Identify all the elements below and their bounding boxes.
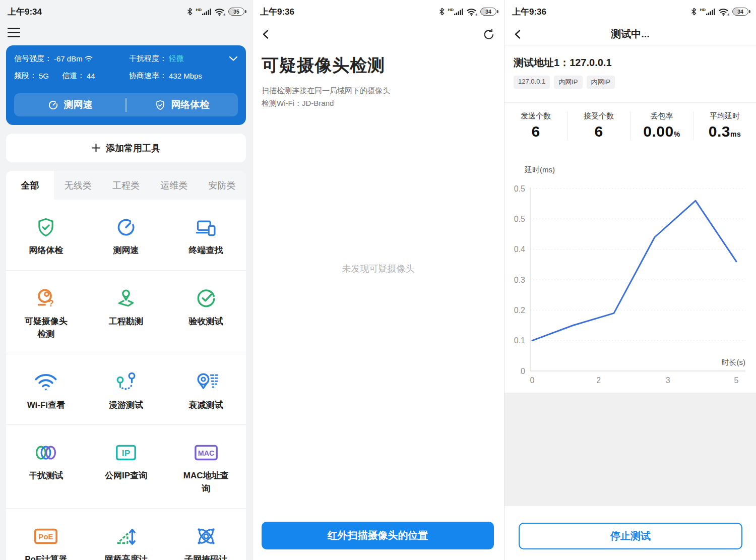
channel-label: 信道： <box>62 71 85 81</box>
bluetooth-icon <box>187 8 193 16</box>
speed-test-button[interactable]: 测网速 <box>14 93 125 116</box>
svg-text:0.2: 0.2 <box>514 306 525 315</box>
tool-terminal-find[interactable]: 终端查找 <box>166 216 246 257</box>
channel-value: 44 <box>87 72 95 80</box>
tool-acceptance-test[interactable]: 验收测试 <box>166 287 246 341</box>
tool-bridge-height-calculator[interactable]: 网桥高度计算器 <box>86 525 166 560</box>
shield-check-icon <box>155 99 166 111</box>
status-time: 上午9:36 <box>260 6 294 18</box>
chip-ip: 127.0.0.1 <box>514 76 550 89</box>
wifi-small-icon <box>85 55 93 62</box>
svg-text:0: 0 <box>521 367 525 376</box>
chevron-down-icon[interactable] <box>229 56 238 61</box>
card-actions: 测网速 网络体检 <box>14 93 238 116</box>
tool-attenuation-test[interactable]: 衰减测试 <box>166 370 246 412</box>
svg-text:0: 0 <box>530 376 535 385</box>
screen-ping-test: 上午9:36 HD 6 34 测试中... 测试地址1：127.0.0.1 12… <box>504 0 756 560</box>
height-triangle-icon <box>114 525 138 548</box>
menu-icon[interactable] <box>8 28 20 37</box>
tools-panel: 全部 无线类 工程类 运维类 安防类 网络体检 测网速 <box>6 171 246 560</box>
battery-icon: 34 <box>480 8 496 16</box>
network-health-button[interactable]: 网络体检 <box>127 93 238 116</box>
subnet-atom-icon <box>195 525 218 548</box>
test-address-label: 测试地址1： <box>514 57 570 68</box>
back-button[interactable] <box>261 29 271 39</box>
ping-stats: 发送个数 6 接受个数 6 丢包率 0.00% 平均延时 0.3ms <box>505 102 756 148</box>
svg-text:6: 6 <box>224 13 226 16</box>
infrared-scan-button[interactable]: 红外扫描摄像头的位置 <box>262 522 494 549</box>
nav-title: 测试中... <box>505 27 756 41</box>
latency-chart: 00.10.20.30.40.50.50235时长(s)延时(ms) <box>505 148 756 385</box>
stat-packet-loss: 丢包率 0.00% <box>630 111 693 140</box>
tab-engineering[interactable]: 工程类 <box>102 171 150 200</box>
tool-poe-calculator[interactable]: PoE PoE计算器 <box>6 525 86 560</box>
status-time: 上午9:34 <box>8 6 42 18</box>
tool-wifi-view[interactable]: Wi-Fi查看 <box>6 370 86 412</box>
screen-home: 上午9:34 HD 6 35 信号强度： -67 dBm 干扰程度： 轻微 <box>0 0 252 560</box>
cellular-signal-icon: HD <box>700 8 715 16</box>
rings-icon <box>33 441 58 464</box>
cellular-signal-icon: HD <box>196 8 211 16</box>
refresh-button[interactable] <box>483 28 495 41</box>
wifi-icon: 6 <box>466 8 477 16</box>
plus-icon <box>92 144 100 152</box>
devices-icon <box>195 216 218 239</box>
ip-box-icon: IP <box>114 441 138 464</box>
tool-interference-test[interactable]: 干扰测试 <box>6 441 86 495</box>
band-value: 5G <box>39 72 49 80</box>
wifi-icon: 6 <box>214 8 225 16</box>
signal-strength-label: 信号强度： <box>14 54 52 64</box>
status-bar: 上午9:36 HD 6 34 <box>253 0 504 23</box>
svg-text:IP: IP <box>122 448 130 458</box>
page-title: 可疑摄像头检测 <box>262 54 495 77</box>
tab-security[interactable]: 安防类 <box>198 171 246 200</box>
battery-icon: 35 <box>228 8 244 16</box>
svg-text:延时(ms): 延时(ms) <box>524 165 555 174</box>
tab-wireless[interactable]: 无线类 <box>54 171 102 200</box>
status-bar: 上午9:36 HD 6 34 <box>505 0 756 23</box>
stat-sent: 发送个数 6 <box>505 111 567 140</box>
speedometer-icon <box>115 216 137 239</box>
mac-box-icon: MAC <box>194 441 218 464</box>
line-chart: 00.10.20.30.40.50.50235时长(s)延时(ms) <box>505 148 756 385</box>
test-address-value: 127.0.0.1 <box>570 57 611 68</box>
svg-text:6: 6 <box>728 13 730 16</box>
tool-camera-detect[interactable]: ? 可疑摄像头检测 <box>6 287 86 341</box>
description-line1: 扫描检测连接在同一局域网下的摄像头 <box>262 85 495 97</box>
tool-subnet-calculator[interactable]: 子网掩码计算器 <box>166 525 246 560</box>
wifi-signal-card: 信号强度： -67 dBm 干扰程度： 轻微 频段： 5G 信道： 44 协商速… <box>6 45 246 125</box>
svg-text:5: 5 <box>734 376 739 385</box>
svg-text:0.5: 0.5 <box>514 215 525 223</box>
tool-speed-test[interactable]: 测网速 <box>86 216 166 257</box>
tool-roaming-test[interactable]: 漫游测试 <box>86 370 166 412</box>
test-address: 测试地址1：127.0.0.1 <box>514 56 747 70</box>
status-icons: HD 6 34 <box>439 8 496 16</box>
rate-label: 协商速率： <box>129 71 167 81</box>
stat-received: 接受个数 6 <box>567 111 630 140</box>
svg-text:0.5: 0.5 <box>514 184 525 193</box>
wifi-icon <box>34 370 58 394</box>
tab-all[interactable]: 全部 <box>6 171 54 200</box>
svg-text:MAC: MAC <box>198 449 214 457</box>
svg-text:2: 2 <box>596 376 601 385</box>
refresh-icon <box>483 28 495 41</box>
add-tools-button[interactable]: 添加常用工具 <box>6 134 246 162</box>
stat-avg-latency: 平均延时 0.3ms <box>693 111 756 140</box>
empty-result-text: 未发现可疑摄像头 <box>253 263 504 275</box>
tool-network-health[interactable]: 网络体检 <box>6 216 86 257</box>
svg-text:6: 6 <box>476 13 478 16</box>
cellular-signal-icon: HD <box>448 8 463 16</box>
stop-test-button[interactable]: 停止测试 <box>519 523 742 549</box>
chip-intranet-1: 内网IP <box>554 76 582 89</box>
roaming-pins-icon <box>114 370 138 394</box>
status-time: 上午9:36 <box>512 6 546 18</box>
tool-site-survey[interactable]: 工程勘测 <box>86 287 166 341</box>
interference-value: 轻微 <box>169 54 184 64</box>
nav-bar: 测试中... <box>505 23 756 45</box>
tool-public-ip[interactable]: IP 公网IP查询 <box>86 441 166 495</box>
tab-operations[interactable]: 运维类 <box>150 171 198 200</box>
shield-check-icon <box>35 216 56 239</box>
back-button[interactable] <box>513 29 523 39</box>
tool-mac-lookup[interactable]: MAC MAC地址查询 <box>166 441 246 495</box>
chip-intranet-2: 内网IP <box>587 76 615 89</box>
